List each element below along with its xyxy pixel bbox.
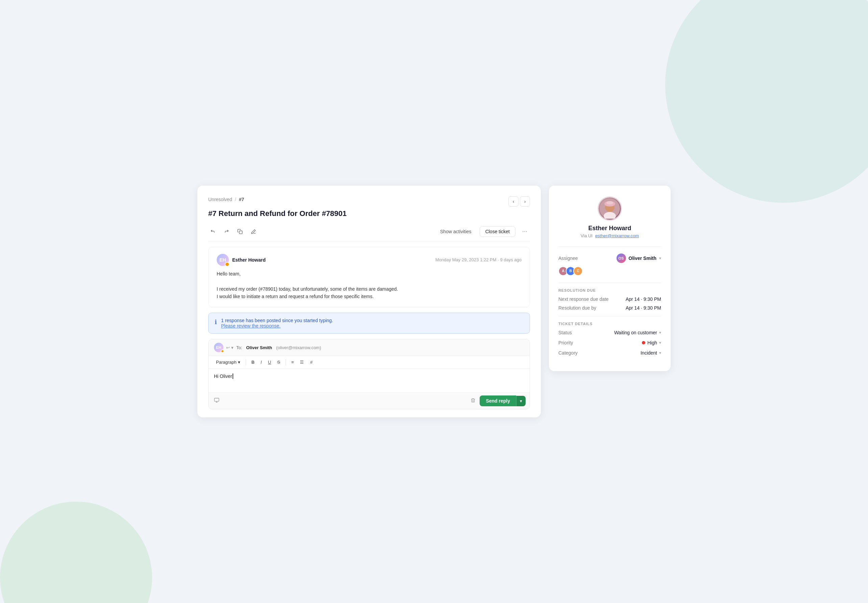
alert-link-text[interactable]: Please review the response. xyxy=(221,323,333,329)
italic-button[interactable]: I xyxy=(259,359,264,366)
avatar-badge xyxy=(225,262,230,267)
more-options-button[interactable]: ··· xyxy=(519,226,530,236)
status-label: Status xyxy=(558,330,572,335)
reply-to-label: To: xyxy=(236,345,242,350)
show-activities-button[interactable]: Show activities xyxy=(436,227,476,236)
status-row: Status Waiting on customer ▾ xyxy=(558,330,661,335)
contact-name: Esther Howard xyxy=(588,225,631,232)
redo-button[interactable] xyxy=(222,227,231,236)
reply-undo-button[interactable]: ↩ xyxy=(226,345,230,350)
team-avatars: A B C xyxy=(558,266,661,276)
assignee-chevron-icon: ▾ xyxy=(659,256,661,261)
screen-icon-button[interactable] xyxy=(213,396,221,406)
reply-to-row: EH ↩ ▾ To: Oliver Smith (oliver@mixarrow… xyxy=(209,339,530,356)
reply-actions: ↩ ▾ xyxy=(226,345,233,350)
sender-avatar: EH xyxy=(217,254,229,266)
priority-text: High xyxy=(647,340,657,345)
ticket-title: #7 Return and Refund for Order #78901 xyxy=(208,209,530,218)
editor-toolbar: Paragraph ▾ B I U S ≡ ☰ # xyxy=(209,356,530,369)
message-timestamp: Monday May 29, 2023 1:22 PM · 9 days ago xyxy=(436,257,522,262)
copy-button[interactable] xyxy=(235,227,245,236)
priority-row: Priority High ▾ xyxy=(558,340,661,345)
resolution-value: Apr 14 · 9:30 PM xyxy=(626,305,661,311)
resolution-row: Resolution due by Apr 14 · 9:30 PM xyxy=(558,305,661,311)
status-chevron-icon: ▾ xyxy=(659,330,661,335)
team-avatar-3: C xyxy=(573,266,583,276)
contact-section: Esther Howard Via UI esther@mixarrow.com xyxy=(558,196,661,247)
alert-text: 1 response has been posted since you sta… xyxy=(221,318,333,329)
undo-button[interactable] xyxy=(208,227,218,236)
contact-email[interactable]: esther@mixarrow.com xyxy=(595,233,639,238)
message-sender: EH Esther Howard xyxy=(217,254,266,266)
assignee-row: Assignee OS Oliver Smith ▾ xyxy=(558,254,661,263)
trash-button[interactable] xyxy=(469,396,477,406)
avatar-initials: EH xyxy=(219,257,226,263)
underline-button[interactable]: U xyxy=(266,359,273,366)
message-line2: I received my order (#78901) today, but … xyxy=(217,285,522,293)
assignee-initials: OS xyxy=(619,256,624,260)
message-card: EH Esther Howard Monday May 29, 2023 1:2… xyxy=(208,247,530,308)
priority-chevron-icon: ▾ xyxy=(659,340,661,345)
editor-text: Hi Oliver xyxy=(214,374,232,379)
format-select[interactable]: Paragraph ▾ xyxy=(214,359,242,366)
breadcrumb-ticket-id: #7 xyxy=(239,197,244,202)
next-response-row: Next response due date Apr 14 · 9:30 PM xyxy=(558,297,661,302)
alert-icon: ℹ xyxy=(215,319,217,326)
category-value[interactable]: Incident ▾ xyxy=(641,350,661,356)
ticket-panel: Unresolved / #7 ‹ › #7 Return and Refund… xyxy=(198,186,541,418)
close-ticket-button[interactable]: Close ticket xyxy=(480,226,516,237)
breadcrumb-unresolved[interactable]: Unresolved xyxy=(208,197,232,202)
list-button-3[interactable]: # xyxy=(308,359,314,366)
breadcrumb-separator: / xyxy=(235,197,236,202)
contact-avatar xyxy=(598,196,622,221)
reply-to-email: (oliver@mixarrow.com) xyxy=(276,345,321,350)
next-response-value: Apr 14 · 9:30 PM xyxy=(626,297,661,302)
priority-dot-icon xyxy=(642,341,645,345)
format-chevron: ▾ xyxy=(238,360,240,365)
bg-circle-bottom xyxy=(0,502,152,603)
nav-arrows: ‹ › xyxy=(508,196,530,207)
divider-1 xyxy=(558,283,661,283)
contact-avatar-svg xyxy=(599,198,620,219)
category-chevron-icon: ▾ xyxy=(659,351,661,355)
reply-dropdown-button[interactable]: ▾ xyxy=(231,345,233,350)
message-body: Hello team, I received my order (#78901)… xyxy=(217,270,522,300)
footer-right: Send reply ▾ xyxy=(469,396,526,406)
reply-avatar: EH xyxy=(214,343,224,352)
list-button-2[interactable]: ☰ xyxy=(298,359,306,366)
send-reply-dropdown-button[interactable]: ▾ xyxy=(516,396,526,406)
bg-circle-top xyxy=(665,0,868,203)
cursor xyxy=(233,374,233,379)
assignee-value[interactable]: OS Oliver Smith ▾ xyxy=(616,254,661,263)
message-line1: Hello team, xyxy=(217,270,522,277)
priority-value[interactable]: High ▾ xyxy=(642,340,661,345)
alert-main-text: 1 response has been posted since you sta… xyxy=(221,318,333,323)
message-header: EH Esther Howard Monday May 29, 2023 1:2… xyxy=(217,254,522,266)
priority-label: Priority xyxy=(558,340,573,345)
toolbar: Show activities Close ticket ··· xyxy=(208,226,530,241)
svg-point-8 xyxy=(606,201,613,204)
status-badge: Waiting on customer xyxy=(614,330,657,335)
edit-button[interactable] xyxy=(249,227,258,236)
status-value[interactable]: Waiting on customer ▾ xyxy=(614,330,661,335)
contact-via-label: Via UI xyxy=(581,233,593,238)
sender-name: Esther Howard xyxy=(232,257,266,263)
next-response-label: Next response due date xyxy=(558,297,609,302)
send-reply-button[interactable]: Send reply xyxy=(480,396,516,406)
category-label: Category xyxy=(558,350,578,356)
assignee-label: Assignee xyxy=(558,255,578,261)
bold-button[interactable]: B xyxy=(249,359,256,366)
reply-to-name: Oliver Smith xyxy=(246,345,272,350)
editor-body[interactable]: Hi Oliver xyxy=(209,369,530,393)
main-container: Unresolved / #7 ‹ › #7 Return and Refund… xyxy=(198,186,670,418)
toolbar-right: Show activities Close ticket ··· xyxy=(436,226,530,237)
reply-avatar-badge xyxy=(221,349,224,353)
alert-banner: ℹ 1 response has been posted since you s… xyxy=(208,313,530,334)
list-button-1[interactable]: ≡ xyxy=(289,359,296,366)
strikethrough-button[interactable]: S xyxy=(275,359,282,366)
nav-prev-button[interactable]: ‹ xyxy=(508,196,519,207)
assignee-name: Oliver Smith xyxy=(629,255,656,261)
format-label: Paragraph xyxy=(216,360,236,365)
editor-divider-2 xyxy=(286,359,286,365)
nav-next-button[interactable]: › xyxy=(520,196,530,207)
